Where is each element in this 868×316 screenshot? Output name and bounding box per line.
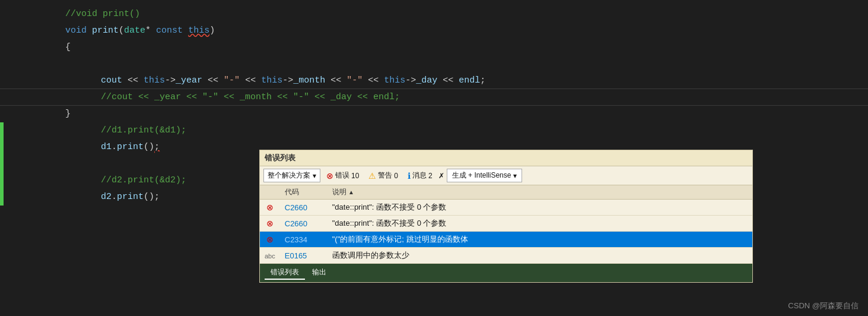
footer-tab-errors[interactable]: 错误列表 xyxy=(265,266,305,280)
error-panel[interactable]: 错误列表 整个解决方案 ▾ ⊗ 错误 10 ⚠ 警告 0 ℹ 消息 2 ✗ xyxy=(259,150,753,283)
row-icon-cell: ⊗ xyxy=(260,200,280,216)
error-code-link[interactable]: E0165 xyxy=(285,251,307,260)
info-filter-btn[interactable]: ℹ 消息 2 xyxy=(404,169,436,182)
watermark: CSDN @阿森要自信 xyxy=(788,301,859,311)
scope-chevron-icon: ▾ xyxy=(313,172,316,180)
row-desc-cell: "("的前面有意外标记; 跳过明显的函数体 xyxy=(328,232,752,248)
row-code-cell: E0165 xyxy=(280,248,328,264)
scope-label: 整个解决方案 xyxy=(268,170,310,181)
row-code-cell: C2660 xyxy=(280,200,328,216)
code-line-2: void print(date* const this) xyxy=(0,23,868,39)
table-row[interactable]: ⊗ C2660 "date::print": 函数不接受 0 个参数 xyxy=(260,200,752,216)
filter-icon: ✗ xyxy=(438,172,444,180)
code-line-3: { xyxy=(0,39,868,56)
row-icon-cell: ⊗ xyxy=(260,232,280,248)
error-count: 10 xyxy=(351,172,359,180)
col-code-header: 代码 xyxy=(280,185,328,200)
footer-tab-output[interactable]: 输出 xyxy=(306,266,332,280)
error-panel-toolbar: 整个解决方案 ▾ ⊗ 错误 10 ⚠ 警告 0 ℹ 消息 2 ✗ 生成 + In… xyxy=(260,166,752,185)
line-indicator-11 xyxy=(0,172,4,189)
scope-dropdown[interactable]: 整个解决方案 ▾ xyxy=(263,169,320,182)
col-desc-header: 说明 ▲ xyxy=(328,185,752,200)
line-indicator-7 xyxy=(0,106,4,122)
line-indicator-4 xyxy=(0,56,4,72)
table-row[interactable]: ⊗ C2660 "date::print": 函数不接受 0 个参数 xyxy=(260,216,752,232)
abc-row-icon: abc xyxy=(265,252,275,260)
row-code-cell: C2660 xyxy=(280,216,328,232)
error-row-icon: ⊗ xyxy=(266,203,274,212)
line-indicator-8 xyxy=(0,122,4,139)
build-scope-chevron-icon: ▾ xyxy=(513,172,517,180)
warning-icon: ⚠ xyxy=(368,171,376,181)
line-content-12: d2.print(); xyxy=(33,172,160,222)
error-panel-footer: 错误列表 输出 xyxy=(260,264,752,282)
code-editor: //void print() void print(date* const th… xyxy=(0,0,868,316)
info-label: 消息 xyxy=(412,170,427,181)
line-indicator-3 xyxy=(0,39,4,56)
error-code-link[interactable]: C2660 xyxy=(285,219,307,228)
line-indicator-5 xyxy=(0,72,4,89)
line-indicator-1 xyxy=(0,6,4,23)
error-code-link[interactable]: C2660 xyxy=(285,203,307,212)
line-indicator-2 xyxy=(0,23,4,39)
info-icon: ℹ xyxy=(408,171,411,181)
warning-count: 0 xyxy=(394,172,398,180)
error-filter-btn[interactable]: ⊗ 错误 10 xyxy=(323,169,363,182)
table-row-selected[interactable]: ⊗ C2334 "("的前面有意外标记; 跳过明显的函数体 xyxy=(260,232,752,248)
error-code-link[interactable]: C2334 xyxy=(285,235,307,244)
info-count: 2 xyxy=(428,172,433,180)
row-desc-cell: "date::print": 函数不接受 0 个参数 xyxy=(328,200,752,216)
build-scope-label: 生成 + IntelliSense xyxy=(452,170,511,181)
line-indicator-12 xyxy=(0,189,4,206)
row-code-cell: C2334 xyxy=(280,232,328,248)
row-desc-cell: "date::print": 函数不接受 0 个参数 xyxy=(328,216,752,232)
row-desc-cell: 函数调用中的参数太少 xyxy=(328,248,752,264)
row-icon-cell: abc xyxy=(260,248,280,264)
error-panel-title: 错误列表 xyxy=(260,150,752,166)
error-icon: ⊗ xyxy=(326,171,333,181)
line-indicator-10 xyxy=(0,156,4,172)
error-row-icon: ⊗ xyxy=(266,219,274,228)
table-header-row: 代码 说明 ▲ xyxy=(260,185,752,200)
error-label: 错误 xyxy=(335,170,349,181)
build-scope-dropdown[interactable]: 生成 + IntelliSense ▾ xyxy=(447,169,523,182)
line-indicator-6 xyxy=(0,89,4,105)
error-table: 代码 说明 ▲ ⊗ C2660 "date::print": 函数不接受 0 个… xyxy=(260,185,752,264)
code-line-6: //cout << _year << "-" << _month << "-" … xyxy=(0,89,868,106)
table-row[interactable]: abc E0165 函数调用中的参数太少 xyxy=(260,248,752,264)
error-row-icon: ⊗ xyxy=(266,235,274,244)
warning-label: 警告 xyxy=(378,170,392,181)
row-icon-cell: ⊗ xyxy=(260,216,280,232)
line-indicator-9 xyxy=(0,139,4,156)
col-icon-header xyxy=(260,185,280,200)
sort-arrow-icon: ▲ xyxy=(348,189,354,195)
warning-filter-btn[interactable]: ⚠ 警告 0 xyxy=(365,169,402,182)
